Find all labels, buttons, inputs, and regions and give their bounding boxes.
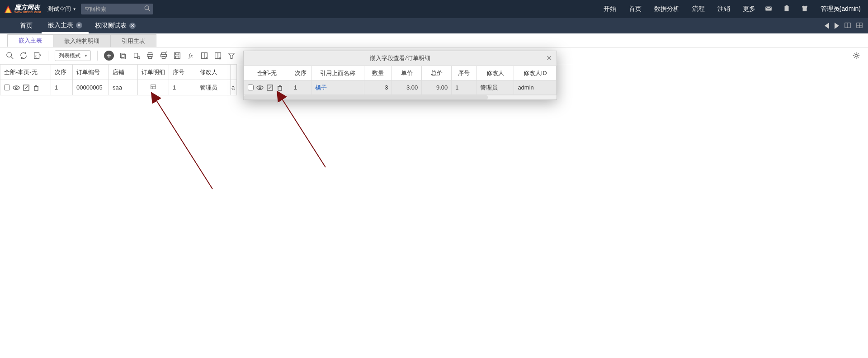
pcell-modifier: 管理员 — [476, 80, 514, 95]
pcell-price: 3.00 — [392, 80, 422, 95]
pcol-modid[interactable]: 修改人ID — [514, 66, 557, 80]
close-icon[interactable]: ✕ — [76, 22, 82, 28]
sub-tab-bar: 嵌入主表 嵌入结构明细 引用主表 — [0, 33, 868, 47]
svg-point-2 — [145, 6, 149, 10]
mail-icon[interactable] — [764, 5, 773, 14]
col-modifier[interactable]: 修改人 — [196, 65, 231, 80]
sub-tab-ref-main[interactable]: 引用主表 — [111, 34, 156, 47]
doc-tab-permission-test[interactable]: 权限测试表 ✕ — [89, 18, 142, 33]
save-icon[interactable] — [173, 51, 182, 60]
view-mode-label: 列表模式 — [59, 52, 80, 60]
delete-icon[interactable] — [33, 84, 40, 91]
pcol-modifier[interactable]: 修改人 — [476, 66, 514, 80]
search-icon[interactable] — [5, 51, 14, 60]
edit-icon[interactable] — [23, 84, 30, 91]
topmenu-logout[interactable]: 注销 — [717, 5, 730, 13]
table-row[interactable]: 1 00000005 saa 1 管理员 a — [0, 80, 237, 95]
doc-tab-label: 权限测试表 — [95, 22, 127, 30]
topmenu-more[interactable]: 更多 — [743, 5, 755, 13]
col-ord-seq[interactable]: 序号 — [169, 65, 196, 80]
current-user-label[interactable]: 管理员(admin) — [821, 5, 861, 13]
workspace-dropdown[interactable]: 测试空间 ▼ — [47, 5, 76, 13]
topmenu-analytics[interactable]: 数据分析 — [654, 5, 679, 13]
popup-header-row: 全部-无 次序 引用上面名称 数量 单价 总价 序号 修改人 修改人ID — [244, 66, 557, 80]
col-modifier-id-trunc[interactable] — [231, 65, 237, 80]
col-seq[interactable]: 次序 — [51, 65, 73, 80]
add-record-button[interactable]: ＋ — [104, 51, 114, 61]
edit-icon[interactable] — [266, 84, 274, 91]
row-select-checkbox[interactable] — [4, 85, 10, 90]
pcol-price[interactable]: 单价 — [392, 66, 422, 80]
brand: 魔方网表 www.mf999.com — [14, 4, 41, 14]
popup-titlebar[interactable]: 嵌入字段查看/订单明细 ✕ — [244, 51, 557, 66]
sub-tab-embed-struct[interactable]: 嵌入结构明细 — [53, 34, 111, 47]
export-excel-icon[interactable]: x — [33, 51, 42, 60]
pcol-qty[interactable]: 数量 — [364, 66, 392, 80]
search-input[interactable] — [81, 4, 153, 14]
refresh-icon[interactable] — [19, 51, 28, 60]
pcell-refname: 橘子 — [311, 80, 364, 95]
col-shop[interactable]: 店铺 — [109, 65, 138, 80]
popup-data-table: 全部-无 次序 引用上面名称 数量 单价 总价 序号 修改人 修改人ID — [244, 66, 557, 95]
scrollbar-thumb[interactable] — [244, 95, 488, 99]
svg-rect-51 — [278, 86, 282, 90]
shirt-icon[interactable] — [801, 5, 809, 14]
col-order-detail[interactable]: 订单明细 — [138, 65, 169, 80]
cell-order-detail[interactable] — [138, 80, 169, 95]
svg-point-12 — [7, 52, 12, 57]
doc-tab-embed-main[interactable]: 嵌入主表 ✕ — [42, 18, 89, 33]
copy-special-icon[interactable] — [132, 51, 141, 60]
doc-tab-home-label: 首页 — [20, 22, 33, 30]
pcol-ord[interactable]: 序号 — [452, 66, 476, 80]
cell-modifier: 管理员 — [196, 80, 231, 95]
svg-rect-5 — [784, 6, 788, 11]
cell-order-no: 00000005 — [73, 80, 109, 95]
filter-icon[interactable] — [227, 51, 236, 60]
col-select-all[interactable]: 全部-本页-无 — [0, 65, 51, 80]
print-alt-icon[interactable] — [159, 51, 168, 60]
print-icon[interactable] — [146, 51, 155, 60]
layout-grid-icon[interactable] — [856, 22, 863, 30]
pcol-total[interactable]: 总价 — [422, 66, 452, 80]
topmenu-flow[interactable]: 流程 — [692, 5, 705, 13]
row-select-checkbox[interactable] — [248, 85, 254, 90]
topmenu-home[interactable]: 首页 — [629, 5, 642, 13]
tab-next-icon[interactable] — [835, 23, 839, 29]
search-box — [81, 4, 153, 14]
close-icon[interactable]: ✕ — [129, 23, 136, 29]
svg-rect-16 — [121, 53, 124, 58]
table-row[interactable]: 1 橘子 3 3.00 9.00 1 管理员 admin — [244, 80, 557, 95]
svg-rect-6 — [785, 5, 788, 6]
caret-down-icon: ▼ — [73, 7, 76, 11]
col-insert-icon[interactable] — [200, 51, 209, 60]
pcol-select[interactable]: 全部-无 — [244, 66, 290, 80]
cell-modifier-id-trunc: a — [231, 80, 237, 95]
col-order-no[interactable]: 订单编号 — [73, 65, 109, 80]
view-icon[interactable] — [13, 84, 20, 91]
popup-h-scrollbar[interactable] — [244, 95, 557, 99]
layout-split-icon[interactable] — [844, 22, 851, 30]
clipboard-icon[interactable] — [783, 5, 791, 14]
doc-tab-home[interactable]: 首页 — [11, 18, 42, 33]
svg-point-49 — [259, 87, 261, 89]
col-delete-icon[interactable] — [213, 51, 222, 60]
delete-icon[interactable] — [276, 84, 283, 91]
tab-prev-icon[interactable] — [825, 23, 829, 29]
embed-field-popup: 嵌入字段查看/订单明细 ✕ 全部-无 次序 引用上面名称 数量 单价 总价 序号… — [243, 51, 557, 100]
open-detail-icon[interactable] — [150, 85, 156, 91]
copy-icon[interactable] — [118, 51, 127, 60]
topmenu-start[interactable]: 开始 — [604, 5, 616, 13]
pcell-modid: admin — [514, 80, 557, 95]
pcell-total: 9.00 — [422, 80, 452, 95]
pcol-refname[interactable]: 引用上面名称 — [311, 66, 364, 80]
sub-tab-embed-main[interactable]: 嵌入主表 — [7, 34, 53, 47]
ref-name-link[interactable]: 橘子 — [315, 84, 327, 91]
close-icon[interactable]: ✕ — [546, 55, 552, 62]
view-icon[interactable] — [256, 84, 264, 91]
view-mode-select[interactable]: 列表模式 ▼ — [55, 50, 91, 61]
search-icon[interactable] — [144, 5, 151, 13]
settings-gear-icon[interactable] — [852, 51, 861, 60]
fx-icon[interactable]: fx — [186, 51, 195, 60]
pcol-seq[interactable]: 次序 — [290, 66, 311, 80]
svg-rect-27 — [175, 53, 180, 59]
